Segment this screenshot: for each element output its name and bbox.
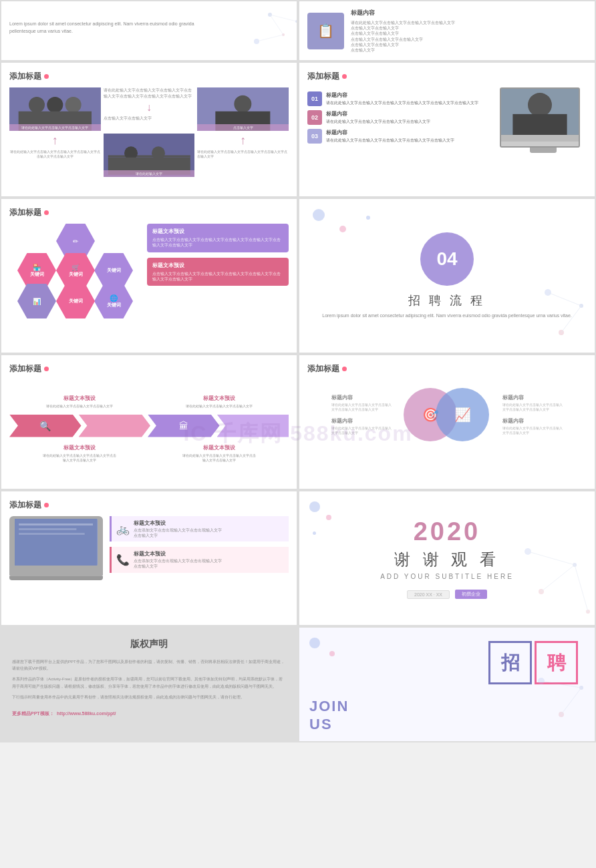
arrow-3: 🏛 <box>148 415 220 437</box>
svg-line-6 <box>270 15 297 21</box>
slide-partial-left: Lorem ipsum dolor sit amet consectetur a… <box>1 1 297 60</box>
hex-bot-center: 关键词 <box>56 284 95 318</box>
arrow-4 <box>217 415 289 437</box>
item-1-content: 标题内容 请在此处输入文字点击输入文字点击输入文字点击输入文字点击输入文字点击输… <box>326 91 478 105</box>
icon-placeholder: 📋 <box>307 13 344 49</box>
card-2-icon: 📞 <box>116 554 130 566</box>
slide-laptop-title: 添加标题 <box>9 499 289 511</box>
slide-top-right-text: 请在此处输入文字点击输入文字点击输入文字点击输入文字 点击输入文字点击输入文字 … <box>351 20 455 53</box>
dot-j2 <box>329 651 335 656</box>
laptop-content: 🚲 标题文本预设 点击添加文字点击出现输入文字点击出现输入文字点击输入文字 📞 … <box>9 516 289 580</box>
photo-2: 点击输入文字 <box>197 87 289 131</box>
arrow-1: 🔍 <box>9 415 82 437</box>
photo-1-text: 请在此处输入文字点击输入文字点击输入文字 <box>9 124 101 131</box>
venn-right-2: 标题内容 请在此处输入文字点击输入文字点击输入文字点击输入文字 <box>502 417 563 435</box>
slide-partial-right: 📋 标题内容 请在此处输入文字点击输入文字点击输入文字点击输入文字 点击输入文字… <box>299 1 595 60</box>
svg-point-13 <box>235 95 252 113</box>
slide-laptop: 添加标题 � <box>1 491 297 625</box>
arrow-col-left: ↑ 请在此处输入文字点击输入文字点击输入文字点击输入文字点击输入文字点击输入文字 <box>9 134 101 177</box>
svg-line-5 <box>257 35 283 41</box>
slide-top-right-title: 标题内容 <box>351 9 455 17</box>
copyright-link-row: 更多精品PPT模板： http://www.588ku.com/ppt/ <box>12 706 286 718</box>
card-1-icon: 🚲 <box>116 523 130 535</box>
slide-timeline-title: 添加标题 <box>9 363 289 375</box>
venn-circle-2: 📈 <box>436 388 489 441</box>
arrow-col-right: ↑ 请在此处输入文字点击输入文字点击输入文字点击输入文字点击输入文字 <box>197 134 289 177</box>
venn-left-texts: 标题内容 请在此处输入文字点击输入文字点击输入文字点击输入文字点击输入文字 标题… <box>331 394 392 435</box>
svg-line-37 <box>528 552 575 565</box>
hex-mid-right: 关键词 <box>94 253 133 288</box>
timeline-top-texts: 标题文本预设 请在此处输入文字点击输入文字点击输入文字 标题文本预设 请在此处输… <box>9 395 289 409</box>
network-lines <box>461 252 595 353</box>
dot-2 <box>339 226 346 232</box>
arrow-row: 🔍 🏛 <box>9 415 289 437</box>
hex-content: ✏ 🏪 关键词 关键词 🛒 关键词 📊 <box>9 224 289 327</box>
svg-rect-16 <box>108 156 190 158</box>
slide-hex-title: 添加标题 <box>9 207 289 218</box>
svg-line-42 <box>561 688 581 714</box>
network-ty <box>474 525 595 625</box>
dot-ty-3 <box>313 531 316 535</box>
slide-numbered: 添加标题 01 标题内容 请在此处输入文字点击输入文字点击输入文字点击输入文字点… <box>299 63 595 196</box>
slide-hexagons: 添加标题 ✏ 🏪 关键词 关键词 🛒 关键词 <box>1 199 297 353</box>
slide-timeline: 添加标题 标题文本预设 请在此处输入文字点击输入文字点击输入文字 标题文本预设 … <box>1 355 297 489</box>
arrow-down-1: ↓ <box>104 101 195 114</box>
laptop-img-container <box>9 516 103 580</box>
photo-3: 请在此处输入文字 <box>104 134 195 177</box>
copyright-para-1: 感谢您下载千图网平台上提供的PPT作品，为了您和千图网以及原创作者的利益，请勿复… <box>12 658 286 672</box>
timeline-bottom-texts: 标题文本预设 请在此处输入文字点击输入文字点击输入文字点击输入文字点击输入文字 … <box>9 444 289 463</box>
svg-point-9 <box>47 97 63 113</box>
venn-left-2: 标题内容 请在此处输入文字点击输入文字点击输入文字点击输入文字 <box>331 417 392 435</box>
monitor <box>500 87 580 148</box>
person-on-monitor <box>501 89 579 135</box>
network-ju <box>461 661 595 741</box>
laptop-screen <box>15 519 97 566</box>
numbered-content: 01 标题内容 请在此处输入文字点击输入文字点击输入文字点击输入文字点击输入文字… <box>307 87 587 188</box>
laptop-base <box>9 576 103 580</box>
hex-mid-left: 🏪 关键词 <box>17 253 56 288</box>
svg-rect-28 <box>15 519 97 566</box>
venn-content: 标题内容 请在此处输入文字点击输入文字点击输入文字点击输入文字点击输入文字 标题… <box>307 381 587 448</box>
copyright-title: 版权声明 <box>12 638 286 650</box>
svg-point-21 <box>528 93 552 117</box>
item-2-content: 标题内容 请在此处输入文字点击输入文字点击输入文字点击输入文字 <box>326 110 430 124</box>
slide-venn-title: 添加标题 <box>307 363 587 375</box>
arrow-up-1: ↑ <box>52 134 58 148</box>
venn-right-texts: 标题内容 请在此处输入文字点击输入文字点击输入文字点击输入文字点击输入文字 标题… <box>502 394 563 435</box>
card-1-content: 标题文本预设 点击添加文字点击出现输入文字点击出现输入文字点击输入文字 <box>134 519 222 538</box>
svg-line-36 <box>541 565 575 592</box>
dot-ty-2 <box>326 515 331 520</box>
venn-circles: 🎯 📈 <box>397 381 497 448</box>
timeline-top-1: 标题文本预设 请在此处输入文字点击输入文字点击输入文字 <box>46 395 113 409</box>
copyright-link-label: 更多精品PPT模板： <box>12 711 54 716</box>
hex-center: 🛒 关键词 <box>56 253 95 288</box>
right-content: 标题内容 请在此处输入文字点击输入文字点击输入文字点击输入文字 点击输入文字点击… <box>351 9 455 53</box>
monitor-stand <box>530 148 557 153</box>
card-2-content: 标题文本预设 点击添加文字点击出现输入文字点击出现输入文字点击输入文字 <box>134 550 222 569</box>
svg-line-38 <box>575 565 588 612</box>
date-badge: 2020 XX · XX <box>407 590 450 599</box>
hex-bot-right: 🌐 关键词 <box>94 284 133 318</box>
year-text: 2020 <box>414 517 481 546</box>
svg-rect-30 <box>19 528 77 530</box>
dot-j1 <box>309 638 320 648</box>
photo-text-col: 请在此处输入文字点击输入文字点击输入文字点击输入文字点击输入文字点击输入文字点击… <box>104 87 195 131</box>
svg-line-26 <box>561 306 581 333</box>
info-card-1: 🚲 标题文本预设 点击添加文字点击出现输入文字点击出现输入文字点击输入文字 <box>110 516 289 541</box>
numbered-item-1: 01 标题内容 请在此处输入文字点击输入文字点击输入文字点击输入文字点击输入文字… <box>307 91 493 106</box>
badge-03: 03 <box>307 129 322 144</box>
laptop-screen-content <box>15 519 97 566</box>
slide-joinus: JOINUS 招 聘 <box>299 628 595 741</box>
hex-bot-left: 📊 <box>17 284 56 318</box>
venn-right-1: 标题内容 请在此处输入文字点击输入文字点击输入文字点击输入文字点击输入文字 <box>502 394 563 412</box>
numbered-item-2: 02 标题内容 请在此处输入文字点击输入文字点击输入文字点击输入文字 <box>307 110 493 125</box>
item-3-content: 标题内容 请在此处输入文字点击输入文字点击输入文字点击输入文字点击输入文字 <box>326 129 454 143</box>
dot-1 <box>313 209 325 221</box>
photo-2-text: 点击输入文字 <box>197 124 289 131</box>
arrow-up-2: ↑ <box>197 134 289 148</box>
slide-venn: 添加标题 标题内容 请在此处输入文字点击输入文字点击输入文字点击输入文字点击输入… <box>299 355 595 489</box>
arrow-2 <box>79 415 151 437</box>
monitor-base-top <box>501 135 579 142</box>
copyright-para-3: 下行指示时商量使用本作品中的元素用于再创作，请按照相关法律法规授权使用，由此造成… <box>12 694 286 700</box>
svg-rect-22 <box>512 114 567 135</box>
